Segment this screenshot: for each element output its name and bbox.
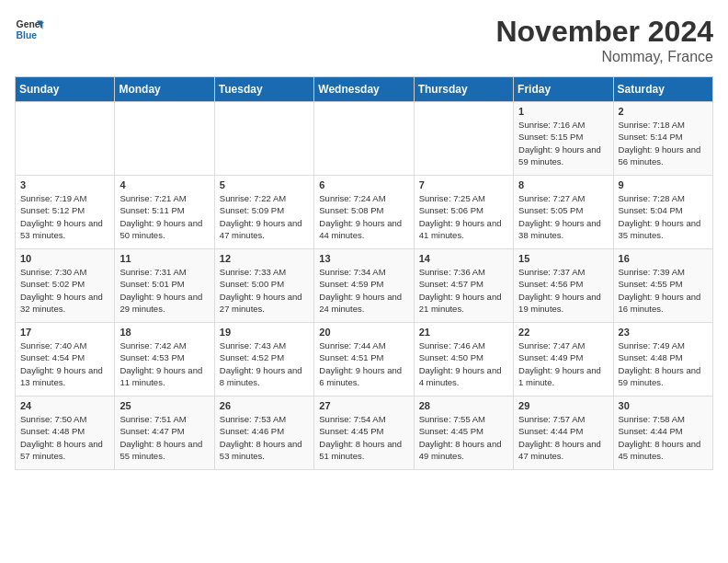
cell-info: Sunrise: 7:55 AMSunset: 4:45 PMDaylight:… xyxy=(419,413,508,462)
calendar-cell: 17Sunrise: 7:40 AMSunset: 4:54 PMDayligh… xyxy=(16,323,115,396)
day-number: 24 xyxy=(20,400,109,411)
calendar-cell: 10Sunrise: 7:30 AMSunset: 5:02 PMDayligh… xyxy=(16,249,115,323)
day-number: 16 xyxy=(619,253,708,264)
cell-info: Sunrise: 7:49 AMSunset: 4:48 PMDaylight:… xyxy=(619,339,708,388)
calendar-cell: 9Sunrise: 7:28 AMSunset: 5:04 PMDaylight… xyxy=(613,176,712,249)
day-number: 2 xyxy=(619,106,708,117)
cell-info: Sunrise: 7:57 AMSunset: 4:44 PMDaylight:… xyxy=(518,413,608,462)
cell-info: Sunrise: 7:50 AMSunset: 4:48 PMDaylight:… xyxy=(20,413,109,462)
logo: General Blue xyxy=(15,15,44,44)
title-area: November 2024 Nommay, France xyxy=(495,15,713,65)
cell-info: Sunrise: 7:37 AMSunset: 4:56 PMDaylight:… xyxy=(518,266,608,315)
cell-info: Sunrise: 7:16 AMSunset: 5:15 PMDaylight:… xyxy=(518,119,608,167)
cell-info: Sunrise: 7:27 AMSunset: 5:05 PMDaylight:… xyxy=(518,192,608,241)
calendar-cell: 12Sunrise: 7:33 AMSunset: 5:00 PMDayligh… xyxy=(214,249,313,323)
day-number: 9 xyxy=(619,179,708,190)
cell-info: Sunrise: 7:30 AMSunset: 5:02 PMDaylight:… xyxy=(20,266,109,315)
day-number: 28 xyxy=(419,400,508,411)
calendar-cell: 13Sunrise: 7:34 AMSunset: 4:59 PMDayligh… xyxy=(314,249,414,323)
calendar-table: SundayMondayTuesdayWednesdayThursdayFrid… xyxy=(15,76,713,470)
calendar-week-row: 17Sunrise: 7:40 AMSunset: 4:54 PMDayligh… xyxy=(16,323,713,396)
day-number: 5 xyxy=(220,179,309,190)
calendar-cell: 29Sunrise: 7:57 AMSunset: 4:44 PMDayligh… xyxy=(514,396,613,470)
calendar-cell: 4Sunrise: 7:21 AMSunset: 5:11 PMDaylight… xyxy=(115,176,214,249)
calendar-cell: 28Sunrise: 7:55 AMSunset: 4:45 PMDayligh… xyxy=(414,396,513,470)
day-number: 26 xyxy=(220,400,309,411)
calendar-cell: 16Sunrise: 7:39 AMSunset: 4:55 PMDayligh… xyxy=(613,249,712,323)
calendar-cell: 11Sunrise: 7:31 AMSunset: 5:01 PMDayligh… xyxy=(115,249,214,323)
day-number: 11 xyxy=(119,253,209,264)
day-of-week-header: Tuesday xyxy=(214,77,313,102)
calendar-week-row: 1Sunrise: 7:16 AMSunset: 5:15 PMDaylight… xyxy=(16,102,713,176)
calendar-cell: 25Sunrise: 7:51 AMSunset: 4:47 PMDayligh… xyxy=(115,396,214,470)
calendar-header-row: SundayMondayTuesdayWednesdayThursdayFrid… xyxy=(16,77,713,102)
cell-info: Sunrise: 7:40 AMSunset: 4:54 PMDaylight:… xyxy=(20,339,109,388)
calendar-cell: 3Sunrise: 7:19 AMSunset: 5:12 PMDaylight… xyxy=(16,176,115,249)
calendar-cell: 27Sunrise: 7:54 AMSunset: 4:45 PMDayligh… xyxy=(314,396,414,470)
day-number: 7 xyxy=(419,179,508,190)
calendar-week-row: 24Sunrise: 7:50 AMSunset: 4:48 PMDayligh… xyxy=(16,396,713,470)
day-number: 23 xyxy=(619,327,708,338)
day-number: 27 xyxy=(319,400,408,411)
cell-info: Sunrise: 7:51 AMSunset: 4:47 PMDaylight:… xyxy=(119,413,209,462)
day-number: 8 xyxy=(518,179,608,190)
day-number: 3 xyxy=(20,179,109,190)
calendar-cell: 18Sunrise: 7:42 AMSunset: 4:53 PMDayligh… xyxy=(115,323,214,396)
day-number: 19 xyxy=(220,327,309,338)
calendar-cell: 1Sunrise: 7:16 AMSunset: 5:15 PMDaylight… xyxy=(514,102,613,176)
day-number: 25 xyxy=(119,400,209,411)
calendar-cell: 14Sunrise: 7:36 AMSunset: 4:57 PMDayligh… xyxy=(414,249,513,323)
calendar-week-row: 3Sunrise: 7:19 AMSunset: 5:12 PMDaylight… xyxy=(16,176,713,249)
cell-info: Sunrise: 7:34 AMSunset: 4:59 PMDaylight:… xyxy=(319,266,408,315)
cell-info: Sunrise: 7:36 AMSunset: 4:57 PMDaylight:… xyxy=(419,266,508,315)
cell-info: Sunrise: 7:47 AMSunset: 4:49 PMDaylight:… xyxy=(518,339,608,388)
cell-info: Sunrise: 7:54 AMSunset: 4:45 PMDaylight:… xyxy=(319,413,408,462)
calendar-cell: 19Sunrise: 7:43 AMSunset: 4:52 PMDayligh… xyxy=(214,323,313,396)
cell-info: Sunrise: 7:43 AMSunset: 4:52 PMDaylight:… xyxy=(220,339,309,388)
cell-info: Sunrise: 7:28 AMSunset: 5:04 PMDaylight:… xyxy=(619,192,708,241)
calendar-cell: 6Sunrise: 7:24 AMSunset: 5:08 PMDaylight… xyxy=(314,176,414,249)
day-number: 12 xyxy=(220,253,309,264)
calendar-cell: 23Sunrise: 7:49 AMSunset: 4:48 PMDayligh… xyxy=(613,323,712,396)
day-of-week-header: Friday xyxy=(514,77,613,102)
cell-info: Sunrise: 7:58 AMSunset: 4:44 PMDaylight:… xyxy=(619,413,708,462)
calendar-cell xyxy=(214,102,313,176)
header: General Blue November 2024 Nommay, Franc… xyxy=(15,15,713,65)
day-number: 10 xyxy=(20,253,109,264)
cell-info: Sunrise: 7:21 AMSunset: 5:11 PMDaylight:… xyxy=(119,192,209,241)
cell-info: Sunrise: 7:33 AMSunset: 5:00 PMDaylight:… xyxy=(220,266,309,315)
day-number: 15 xyxy=(518,253,608,264)
day-number: 6 xyxy=(319,179,408,190)
cell-info: Sunrise: 7:22 AMSunset: 5:09 PMDaylight:… xyxy=(220,192,309,241)
day-number: 29 xyxy=(518,400,608,411)
calendar-cell: 15Sunrise: 7:37 AMSunset: 4:56 PMDayligh… xyxy=(514,249,613,323)
cell-info: Sunrise: 7:19 AMSunset: 5:12 PMDaylight:… xyxy=(20,192,109,241)
cell-info: Sunrise: 7:18 AMSunset: 5:14 PMDaylight:… xyxy=(619,119,708,167)
cell-info: Sunrise: 7:46 AMSunset: 4:50 PMDaylight:… xyxy=(419,339,508,388)
day-of-week-header: Sunday xyxy=(16,77,115,102)
calendar-cell: 30Sunrise: 7:58 AMSunset: 4:44 PMDayligh… xyxy=(613,396,712,470)
calendar-cell: 8Sunrise: 7:27 AMSunset: 5:05 PMDaylight… xyxy=(514,176,613,249)
cell-info: Sunrise: 7:44 AMSunset: 4:51 PMDaylight:… xyxy=(319,339,408,388)
calendar-cell: 5Sunrise: 7:22 AMSunset: 5:09 PMDaylight… xyxy=(214,176,313,249)
day-number: 4 xyxy=(119,179,209,190)
svg-text:Blue: Blue xyxy=(17,30,38,40)
calendar-cell: 2Sunrise: 7:18 AMSunset: 5:14 PMDaylight… xyxy=(613,102,712,176)
calendar-cell: 24Sunrise: 7:50 AMSunset: 4:48 PMDayligh… xyxy=(16,396,115,470)
cell-info: Sunrise: 7:24 AMSunset: 5:08 PMDaylight:… xyxy=(319,192,408,241)
calendar-cell: 20Sunrise: 7:44 AMSunset: 4:51 PMDayligh… xyxy=(314,323,414,396)
day-of-week-header: Thursday xyxy=(414,77,513,102)
cell-info: Sunrise: 7:25 AMSunset: 5:06 PMDaylight:… xyxy=(419,192,508,241)
day-number: 17 xyxy=(20,327,109,338)
day-number: 1 xyxy=(518,106,608,117)
calendar-cell xyxy=(16,102,115,176)
calendar-cell xyxy=(414,102,513,176)
day-number: 14 xyxy=(419,253,508,264)
day-of-week-header: Monday xyxy=(115,77,214,102)
logo-icon: General Blue xyxy=(15,15,44,44)
day-number: 30 xyxy=(619,400,708,411)
calendar-cell xyxy=(314,102,414,176)
day-of-week-header: Wednesday xyxy=(314,77,414,102)
cell-info: Sunrise: 7:31 AMSunset: 5:01 PMDaylight:… xyxy=(119,266,209,315)
calendar-cell xyxy=(115,102,214,176)
